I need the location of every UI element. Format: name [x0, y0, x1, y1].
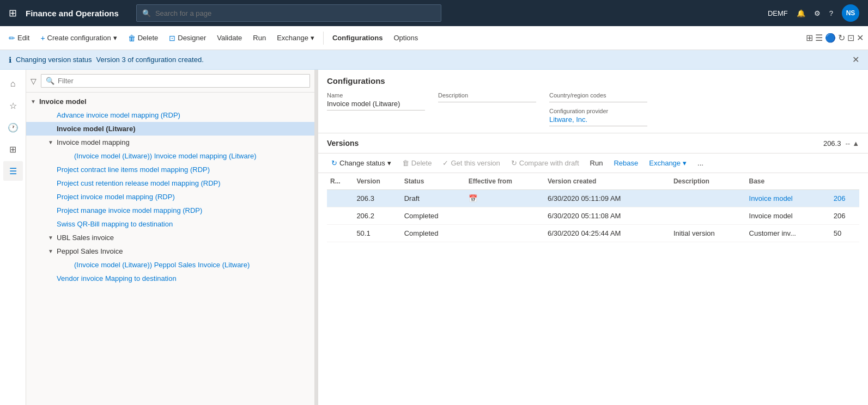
search-bar[interactable]: 🔍 [136, 4, 441, 22]
cell-base-1: Invoice model [746, 190, 830, 207]
cell-r-2 [327, 207, 353, 225]
swiss-qr-link[interactable]: Swiss QR-Bill mapping to destination [57, 220, 173, 228]
cell-effective-2 [465, 207, 544, 225]
designer-button[interactable]: ⊡ Designer [165, 32, 210, 45]
description-label: Description [438, 92, 536, 99]
tree-item-invoice-litware[interactable]: Invoice model (Litware) [26, 122, 314, 136]
filter-icon[interactable]: ▽ [31, 77, 37, 85]
edit-button[interactable]: ✏ Edit [4, 32, 34, 45]
project-invoice-link[interactable]: Project invoice model mapping (RDP) [57, 193, 175, 201]
info-detail: Version 3 of configuration created. [96, 56, 203, 64]
user-label: DEMF [768, 9, 788, 17]
versions-delete-button[interactable]: 🗑 Delete [398, 157, 436, 169]
version-nav-up-icon[interactable]: ▲ [852, 139, 859, 148]
project-contract-link[interactable]: Project contract line items model mappin… [57, 165, 210, 174]
workspace-icon[interactable]: ⊞ [3, 139, 23, 159]
tree-item-invoice-model[interactable]: ▼ Invoice model [26, 95, 314, 108]
versions-run-button[interactable]: Run [586, 157, 608, 169]
refresh-icon[interactable]: ↻ [838, 33, 845, 43]
col-r: R... [327, 173, 353, 190]
country-label: Country/region codes [549, 92, 647, 99]
inv-litware-mapping-link[interactable]: (Invoice model (Litware)) Invoice model … [74, 152, 257, 160]
tree-item-project-invoice[interactable]: Project invoice model mapping (RDP) [26, 190, 314, 204]
create-config-button[interactable]: + Create configuration ▾ [36, 32, 121, 45]
run-button[interactable]: Run [248, 32, 270, 44]
tree-item-inv-model-mapping[interactable]: ▼ Invoice model mapping [26, 136, 314, 149]
toggle-inv-model-mapping[interactable]: ▼ [48, 139, 54, 145]
cell-desc-3: Initial version [670, 225, 746, 242]
toggle-invoice-model[interactable]: ▼ [31, 99, 37, 105]
filter-input[interactable] [58, 77, 305, 85]
tree-item-project-manage[interactable]: Project manage invoice model mapping (RD… [26, 204, 314, 217]
rebase-button[interactable]: Rebase [609, 157, 642, 169]
table-row[interactable]: 206.3 Draft 📅 6/30/2020 05:11:09 AM Invo… [327, 190, 859, 207]
base-num-link-1[interactable]: 206 [834, 194, 846, 202]
cell-r-3 [327, 225, 353, 242]
cell-effective-1[interactable]: 📅 [465, 190, 544, 207]
get-version-button[interactable]: ✓ Get this version [438, 157, 504, 169]
col-version-created: Version created [544, 173, 670, 190]
compare-draft-button[interactable]: ↻ Compare with draft [507, 157, 584, 169]
tree-item-vendor-inv[interactable]: Vendor invoice Mapping to destination [26, 272, 314, 285]
settings-icon[interactable]: ⚙ [814, 9, 821, 17]
info-close-button[interactable]: ✕ [852, 54, 859, 65]
vendor-inv-link[interactable]: Vendor invoice Mapping to destination [57, 274, 177, 283]
peppol-litware-link[interactable]: (Invoice model (Litware)) Peppol Sales I… [74, 261, 250, 269]
cell-version-3: 50.1 [353, 225, 400, 242]
delete-button[interactable]: 🗑 Delete [124, 32, 163, 45]
validate-button[interactable]: Validate [213, 32, 246, 44]
help-icon[interactable]: ? [829, 9, 833, 17]
badge-icon[interactable]: 🔵 [825, 33, 836, 43]
description-value [438, 100, 536, 102]
toggle-peppol-sales[interactable]: ▼ [48, 248, 54, 254]
versions-header: Versions 206.3 -- ▲ [318, 133, 868, 154]
cell-status-2: Completed [401, 207, 465, 225]
tree-item-inv-litware-mapping[interactable]: (Invoice model (Litware)) Invoice model … [26, 149, 314, 163]
restore-icon[interactable]: ⊡ [847, 33, 854, 43]
project-cust-link[interactable]: Project cust retention release model map… [57, 179, 221, 187]
versions-exchange-button[interactable]: Exchange ▾ [645, 157, 691, 169]
version-number: 206.3 [823, 139, 841, 148]
tree-item-swiss-qr[interactable]: Swiss QR-Bill mapping to destination [26, 217, 314, 231]
home-icon[interactable]: ⌂ [3, 74, 23, 94]
toggle-ubl-sales[interactable]: ▼ [48, 235, 54, 241]
pin-icon[interactable]: ⊞ [806, 33, 813, 43]
cell-base-2: Invoice model [746, 207, 830, 225]
exchange-dropdown-icon: ▾ [683, 159, 687, 167]
tree-item-advance-inv[interactable]: Advance invoice model mapping (RDP) [26, 108, 314, 122]
more-options-button[interactable]: ... [693, 157, 708, 169]
table-row[interactable]: 206.2 Completed 6/30/2020 05:11:08 AM In… [327, 207, 859, 225]
tree-item-peppol-sales[interactable]: ▼ Peppol Sales Invoice [26, 244, 314, 258]
notification-icon[interactable]: 🔔 [797, 9, 805, 17]
name-field: Name Invoice model (Litware) [327, 92, 425, 111]
change-status-button[interactable]: ↻ Change status ▾ [327, 157, 396, 169]
avatar[interactable]: NS [842, 4, 859, 22]
close-toolbar-icon[interactable]: ✕ [857, 33, 864, 43]
favorites-icon[interactable]: ☆ [3, 96, 23, 115]
filter-bar[interactable]: 🔍 [41, 74, 310, 88]
list-icon[interactable]: ☰ [3, 161, 23, 181]
cell-created-3: 6/30/2020 04:25:44 AM [544, 225, 670, 242]
tree-item-peppol-litware[interactable]: (Invoice model (Litware)) Peppol Sales I… [26, 258, 314, 272]
config-provider-value[interactable]: Litware, Inc. [549, 115, 647, 126]
tree-item-project-contract[interactable]: Project contract line items model mappin… [26, 163, 314, 176]
cell-version-1: 206.3 [353, 190, 400, 207]
table-row[interactable]: 50.1 Completed 6/30/2020 04:25:44 AM Ini… [327, 225, 859, 242]
base-link-1[interactable]: Invoice model [749, 194, 793, 202]
exchange-button[interactable]: Exchange ▾ [272, 32, 319, 44]
version-nav: -- ▲ [845, 139, 859, 148]
project-manage-link[interactable]: Project manage invoice model mapping (RD… [57, 206, 202, 214]
recent-icon[interactable]: 🕐 [3, 118, 23, 137]
tree-item-project-cust[interactable]: Project cust retention release model map… [26, 176, 314, 190]
cell-desc-2 [670, 207, 746, 225]
cell-basenum-1: 206 [830, 190, 859, 207]
expand-icon[interactable]: ☰ [815, 33, 823, 43]
search-input[interactable] [155, 9, 435, 17]
advance-inv-link[interactable]: Advance invoice model mapping (RDP) [57, 111, 180, 119]
configurations-button[interactable]: Configurations [328, 32, 387, 44]
app-grid-icon[interactable]: ⊞ [9, 7, 17, 19]
calendar-icon[interactable]: 📅 [469, 194, 477, 202]
cell-base-3: Customer inv... [746, 225, 830, 242]
tree-item-ubl-sales[interactable]: ▼ UBL Sales invoice [26, 231, 314, 244]
options-button[interactable]: Options [389, 32, 422, 44]
